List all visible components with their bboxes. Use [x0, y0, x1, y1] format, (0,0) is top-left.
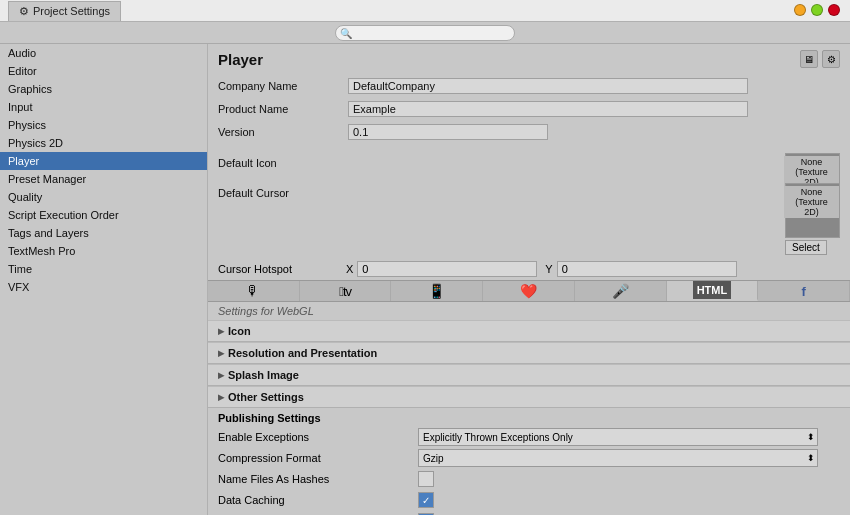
titlebar: ⚙ Project Settings	[0, 0, 850, 22]
section-header-icon[interactable]: ▶Icon	[208, 320, 850, 341]
pub-label-2: Name Files As Hashes	[218, 473, 418, 485]
pub-select-wrap-0: Explicitly Thrown Exceptions OnlyNoneFul…	[418, 428, 818, 446]
sidebar-item-physics-2d[interactable]: Physics 2D	[0, 134, 207, 152]
product-name-label: Product Name	[218, 103, 348, 115]
default-icon-section: Default Icon None (Texture 2D) Select	[208, 149, 850, 179]
pub-label-0: Enable Exceptions	[218, 431, 418, 443]
platform-tab-stadia[interactable]: 🎤	[575, 281, 667, 301]
company-name-label: Company Name	[218, 80, 348, 92]
maximize-button[interactable]	[811, 4, 823, 16]
default-cursor-select-btn[interactable]: Select	[785, 240, 827, 255]
publishing-settings-title: Publishing Settings	[218, 412, 840, 424]
settings-container: ▶Icon▶Resolution and Presentation▶Splash…	[208, 320, 850, 515]
pub-select-wrap-1: GzipBrotliDisabled	[418, 449, 818, 467]
section-header-splash-image[interactable]: ▶Splash Image	[208, 364, 850, 385]
pub-row-1: Compression FormatGzipBrotliDisabled	[218, 449, 840, 467]
platform-tabs: 🎙tv📱❤️🎤HTMLf	[208, 280, 850, 302]
default-cursor-label: Default Cursor	[218, 183, 348, 199]
pub-select-0[interactable]: Explicitly Thrown Exceptions OnlyNoneFul…	[418, 428, 818, 446]
sidebar-item-preset-manager[interactable]: Preset Manager	[0, 170, 207, 188]
search-icon: 🔍	[340, 27, 352, 38]
product-name-input[interactable]	[348, 101, 748, 117]
version-label: Version	[218, 126, 348, 138]
hotspot-y-input[interactable]	[557, 261, 737, 277]
publishing-settings: Publishing SettingsEnable ExceptionsExpl…	[208, 408, 850, 515]
player-icons: 🖥 ⚙	[800, 50, 840, 68]
search-wrap: 🔍	[335, 25, 515, 41]
settings-icon-btn[interactable]: ⚙	[822, 50, 840, 68]
basic-settings-form: Company Name Product Name Version	[208, 72, 850, 149]
pub-row-3: Data Caching✓	[218, 491, 840, 509]
sidebar-item-quality[interactable]: Quality	[0, 188, 207, 206]
sidebar-item-tags-and-layers[interactable]: Tags and Layers	[0, 224, 207, 242]
default-icon-row: Default Icon None (Texture 2D) Select	[218, 153, 840, 169]
sidebar-item-editor[interactable]: Editor	[0, 62, 207, 80]
platform-tab-android[interactable]: ❤️	[483, 281, 575, 301]
sidebar-item-vfx[interactable]: VFX	[0, 278, 207, 296]
sidebar-item-input[interactable]: Input	[0, 98, 207, 116]
hotspot-x-input[interactable]	[357, 261, 537, 277]
window-controls	[794, 4, 840, 16]
monitor-icon-btn[interactable]: 🖥	[800, 50, 818, 68]
sidebar-item-script-execution-order[interactable]: Script Execution Order	[0, 206, 207, 224]
settings-for-webgl-label: Settings for WebGL	[208, 302, 850, 320]
platform-tab-facebook[interactable]: f	[758, 281, 850, 301]
pub-row-2: Name Files As Hashes	[218, 470, 840, 488]
pub-row-0: Enable ExceptionsExplicitly Thrown Excep…	[218, 428, 840, 446]
content-area: Player 🖥 ⚙ Company Name Product Name Ver…	[208, 44, 850, 515]
section-other-settings: ▶Other Settings	[208, 386, 850, 408]
sidebar-item-time[interactable]: Time	[0, 260, 207, 278]
sidebar-item-audio[interactable]: Audio	[0, 44, 207, 62]
arrow-icon: ▶	[218, 349, 224, 358]
version-row: Version	[218, 122, 840, 142]
pub-checkbox-3[interactable]: ✓	[418, 492, 434, 508]
arrow-icon: ▶	[218, 327, 224, 336]
cursor-hotspot-row: Cursor Hotspot X Y	[208, 258, 850, 280]
main-layout: AudioEditorGraphicsInputPhysicsPhysics 2…	[0, 44, 850, 515]
hotspot-x-field: X	[346, 261, 537, 277]
platform-tab-apple-tv[interactable]: tv	[300, 281, 392, 301]
section-icon: ▶Icon	[208, 320, 850, 342]
hotspot-y-label: Y	[545, 263, 552, 275]
default-cursor-section: Default Cursor None (Texture 2D) Select	[208, 179, 850, 258]
sidebar-item-textmesh-pro[interactable]: TextMesh Pro	[0, 242, 207, 260]
section-header-other-settings[interactable]: ▶Other Settings	[208, 386, 850, 407]
default-icon-label: Default Icon	[218, 153, 348, 169]
pub-select-1[interactable]: GzipBrotliDisabled	[418, 449, 818, 467]
minimize-button[interactable]	[794, 4, 806, 16]
section-resolution-and-presentation: ▶Resolution and Presentation	[208, 342, 850, 364]
product-name-row: Product Name	[218, 99, 840, 119]
arrow-icon: ▶	[218, 371, 224, 380]
sidebar-item-player[interactable]: Player	[0, 152, 207, 170]
company-name-row: Company Name	[218, 76, 840, 96]
searchbar: 🔍	[0, 22, 850, 44]
pub-checkbox-2[interactable]	[418, 471, 434, 487]
sidebar-item-graphics[interactable]: Graphics	[0, 80, 207, 98]
platform-tab-standalone[interactable]: 🎙	[208, 281, 300, 301]
sidebar-item-physics[interactable]: Physics	[0, 116, 207, 134]
settings-tab-label: Project Settings	[33, 5, 110, 17]
settings-tab-icon: ⚙	[19, 5, 29, 18]
close-button[interactable]	[828, 4, 840, 16]
platform-tab-webgl[interactable]: HTML	[667, 281, 759, 301]
none-cursor-texture-label: None (Texture 2D)	[784, 186, 839, 218]
search-input[interactable]	[335, 25, 515, 41]
hotspot-x-label: X	[346, 263, 353, 275]
sidebar: AudioEditorGraphicsInputPhysicsPhysics 2…	[0, 44, 208, 515]
arrow-icon: ▶	[218, 393, 224, 402]
company-name-input[interactable]	[348, 78, 748, 94]
project-settings-tab[interactable]: ⚙ Project Settings	[8, 1, 121, 21]
player-title: Player	[218, 51, 263, 68]
player-header: Player 🖥 ⚙	[208, 44, 850, 72]
version-input[interactable]	[348, 124, 548, 140]
section-header-resolution-and-presentation[interactable]: ▶Resolution and Presentation	[208, 342, 850, 363]
pub-label-3: Data Caching	[218, 494, 418, 506]
default-cursor-preview-wrap: None (Texture 2D) Select	[785, 183, 840, 255]
default-cursor-preview: None (Texture 2D)	[785, 183, 840, 238]
hotspot-y-field: Y	[545, 261, 736, 277]
default-cursor-row: Default Cursor None (Texture 2D) Select	[218, 183, 840, 248]
platform-tab-ios[interactable]: 📱	[391, 281, 483, 301]
pub-label-1: Compression Format	[218, 452, 418, 464]
section-splash-image: ▶Splash Image	[208, 364, 850, 386]
cursor-hotspot-label: Cursor Hotspot	[218, 263, 338, 275]
